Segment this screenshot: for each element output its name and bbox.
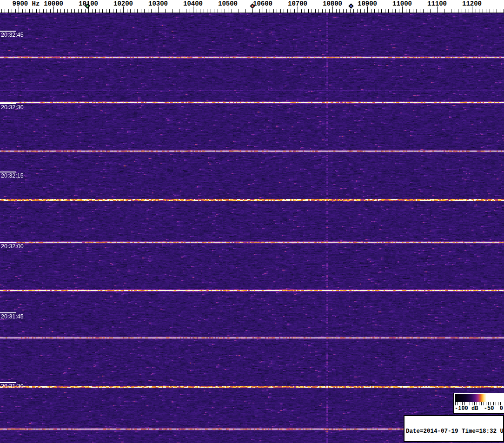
frequency-tick (490, 9, 490, 13)
frequency-tick (483, 9, 483, 13)
frequency-tick (392, 9, 392, 13)
frequency-tick (497, 9, 497, 13)
frequency-tick (1, 9, 2, 13)
frequency-tick (249, 9, 249, 13)
frequency-tick (207, 9, 207, 13)
frequency-tick (109, 9, 110, 13)
frequency-tick (444, 9, 444, 13)
frequency-label: 10400 (183, 0, 203, 7)
frequency-tick (315, 9, 316, 13)
frequency-tick (441, 9, 441, 13)
frequency-tick (364, 9, 365, 13)
db-label-min: -100 dB (455, 405, 478, 412)
db-label-mid: -50 (484, 405, 494, 412)
frequency-label: 10500 (218, 0, 238, 7)
frequency-tick (294, 9, 295, 13)
blue-diamond-marker[interactable] (348, 3, 353, 8)
frequency-tick (235, 9, 235, 13)
frequency-tick (40, 9, 40, 13)
frequency-tick (176, 9, 176, 13)
frequency-tick (165, 9, 166, 13)
frequency-tick (102, 9, 103, 13)
frequency-tick (95, 9, 96, 13)
frequency-label: 10800 (323, 0, 342, 7)
frequency-tick (256, 9, 256, 13)
frequency-tick (225, 9, 225, 13)
frequency-tick (106, 9, 106, 13)
frequency-tick (273, 9, 274, 13)
frequency-tick (183, 9, 183, 13)
frequency-tick (239, 9, 239, 13)
time-label: 20:32:15 (1, 172, 24, 179)
frequency-tick (399, 9, 399, 13)
frequency-tick (395, 9, 396, 13)
frequency-tick (141, 9, 141, 13)
frequency-tick (493, 9, 493, 13)
frequency-tick (343, 9, 344, 13)
frequency-ruler[interactable]: 9900 Hz100001010010200103001040010500106… (0, 0, 504, 13)
frequency-tick (120, 9, 120, 13)
db-scale-labels: -100 dB -50 0 (454, 405, 504, 412)
frequency-tick (287, 9, 288, 13)
frequency-tick (214, 9, 214, 13)
frequency-tick (371, 9, 371, 13)
frequency-tick (322, 9, 323, 13)
time-label: 20:31:45 (1, 313, 24, 320)
frequency-tick (381, 9, 382, 13)
frequency-tick (57, 9, 58, 13)
frequency-tick (242, 9, 242, 13)
frequency-tick (74, 9, 75, 13)
frequency-tick (200, 9, 200, 13)
frequency-tick (469, 9, 469, 13)
frequency-tick (67, 9, 68, 13)
frequency-tick (148, 9, 148, 13)
frequency-label: 10600 (253, 0, 272, 7)
frequency-tick (130, 9, 131, 13)
db-gradient-bar (455, 394, 503, 402)
frequency-tick (134, 9, 134, 13)
frequency-tick (232, 9, 232, 13)
frequency-tick (116, 9, 117, 13)
frequency-tick (465, 9, 465, 13)
db-color-scale-legend: -100 dB -50 0 (453, 393, 504, 414)
frequency-tick (221, 9, 221, 13)
frequency-tick (172, 9, 172, 13)
frequency-label: 10200 (113, 0, 133, 7)
frequency-tick (137, 9, 138, 13)
frequency-tick (252, 9, 253, 13)
frequency-tick (301, 9, 302, 13)
frequency-tick (211, 9, 211, 13)
frequency-tick (71, 9, 72, 13)
frequency-tick (179, 9, 179, 13)
frequency-tick (245, 9, 246, 13)
frequency-tick (78, 9, 79, 13)
frequency-tick (409, 9, 410, 13)
frequency-tick (46, 9, 47, 13)
frequency-tick (284, 9, 284, 13)
frequency-tick (451, 9, 451, 13)
frequency-tick (353, 9, 354, 13)
frequency-tick (270, 9, 270, 13)
frequency-tick (50, 9, 51, 13)
frequency-tick (85, 9, 86, 13)
frequency-tick (312, 9, 312, 13)
time-label: 20:32:00 (1, 243, 24, 250)
frequency-tick (113, 9, 113, 13)
frequency-label: 10900 (358, 0, 377, 7)
frequency-tick (162, 9, 162, 13)
frequency-tick (259, 9, 260, 13)
frequency-tick (346, 9, 347, 13)
frequency-tick (388, 9, 389, 13)
frequency-tick (8, 9, 9, 13)
info-date-time: Date=2014-07-19 Time=18:32 UTC (406, 429, 502, 435)
frequency-tick (81, 9, 82, 13)
frequency-label: 11000 (392, 0, 412, 7)
frequency-tick (36, 9, 37, 13)
frequency-tick (486, 9, 486, 13)
frequency-tick (99, 9, 99, 13)
frequency-tick (500, 9, 500, 13)
frequency-tick (350, 9, 351, 13)
frequency-label: 9900 Hz (13, 0, 40, 7)
frequency-tick (204, 9, 204, 13)
db-scale-ticks (455, 402, 503, 405)
